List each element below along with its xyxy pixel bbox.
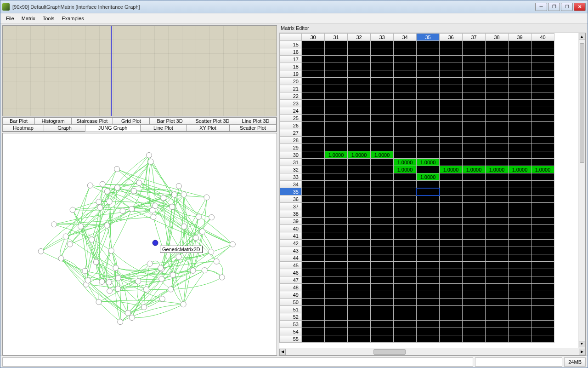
matrix-cell[interactable]: [440, 137, 463, 144]
row-header[interactable]: 53: [280, 321, 302, 328]
matrix-cell[interactable]: [531, 78, 554, 85]
matrix-cell[interactable]: [486, 41, 509, 48]
row-header[interactable]: 20: [280, 78, 302, 85]
matrix-cell[interactable]: [371, 63, 394, 70]
matrix-cell[interactable]: [348, 203, 371, 210]
matrix-cell[interactable]: [325, 306, 348, 313]
col-header[interactable]: 36: [440, 34, 463, 41]
row-header[interactable]: 22: [280, 92, 302, 100]
menu-matrix[interactable]: Matrix: [18, 15, 39, 22]
matrix-cell[interactable]: [394, 122, 417, 129]
matrix-cell[interactable]: [531, 240, 554, 247]
matrix-cell[interactable]: [440, 269, 463, 276]
graph-node[interactable]: [115, 286, 121, 292]
matrix-cell[interactable]: [302, 335, 325, 343]
matrix-cell[interactable]: [348, 276, 371, 284]
matrix-cell[interactable]: [325, 173, 348, 181]
graph-node[interactable]: [190, 268, 196, 273]
matrix-cell[interactable]: [417, 107, 440, 115]
matrix-cell[interactable]: [371, 299, 394, 306]
matrix-cell[interactable]: [440, 100, 463, 107]
matrix-cell[interactable]: [394, 262, 417, 269]
matrix-cell[interactable]: [371, 78, 394, 85]
matrix-cell[interactable]: [302, 254, 325, 262]
matrix-cell[interactable]: [325, 115, 348, 122]
matrix-cell[interactable]: [348, 159, 371, 166]
matrix-cell[interactable]: [371, 321, 394, 328]
matrix-cell[interactable]: [394, 284, 417, 291]
matrix-cell[interactable]: [509, 70, 531, 78]
matrix-cell[interactable]: [531, 151, 554, 159]
matrix-cell[interactable]: [348, 181, 371, 188]
matrix-cell[interactable]: [463, 188, 486, 196]
graph-node[interactable]: [170, 204, 175, 210]
matrix-cell[interactable]: [417, 122, 440, 129]
matrix-cell[interactable]: [440, 63, 463, 70]
graph-node[interactable]: [129, 206, 135, 212]
matrix-cell[interactable]: [325, 78, 348, 85]
matrix-cell[interactable]: [463, 254, 486, 262]
matrix-cell[interactable]: [440, 78, 463, 85]
matrix-cell[interactable]: [302, 240, 325, 247]
matrix-cell[interactable]: [371, 232, 394, 240]
row-header[interactable]: 47: [280, 276, 302, 284]
matrix-cell[interactable]: [531, 48, 554, 56]
matrix-cell[interactable]: [325, 56, 348, 63]
matrix-cell[interactable]: [463, 107, 486, 115]
matrix-cell[interactable]: [417, 284, 440, 291]
row-header[interactable]: 43: [280, 247, 302, 254]
row-header[interactable]: 17: [280, 56, 302, 63]
matrix-cell[interactable]: [440, 159, 463, 166]
matrix-cell[interactable]: [417, 78, 440, 85]
matrix-cell[interactable]: [302, 232, 325, 240]
matrix-cell[interactable]: [486, 115, 509, 122]
graph-node[interactable]: [200, 229, 205, 234]
matrix-cell[interactable]: 1.0000: [394, 159, 417, 166]
matrix-cell[interactable]: [509, 291, 531, 299]
matrix-cell[interactable]: [486, 137, 509, 144]
matrix-cell[interactable]: [531, 291, 554, 299]
matrix-cell[interactable]: [531, 328, 554, 335]
matrix-cell[interactable]: [302, 159, 325, 166]
matrix-cell[interactable]: [348, 225, 371, 232]
matrix-cell[interactable]: [348, 218, 371, 225]
tab-grid-plot[interactable]: Grid Plot: [113, 117, 150, 125]
col-header[interactable]: 32: [348, 34, 371, 41]
matrix-cell[interactable]: [509, 85, 531, 92]
graph-node[interactable]: [38, 248, 44, 254]
matrix-cell[interactable]: [531, 218, 554, 225]
matrix-cell[interactable]: [325, 291, 348, 299]
matrix-cell[interactable]: [417, 70, 440, 78]
matrix-cell[interactable]: [302, 107, 325, 115]
matrix-cell[interactable]: [531, 225, 554, 232]
graph-node[interactable]: [120, 208, 125, 213]
row-header[interactable]: 30: [280, 151, 302, 159]
matrix-cell[interactable]: [463, 122, 486, 129]
matrix-cell[interactable]: [371, 196, 394, 203]
matrix-cell[interactable]: [302, 306, 325, 313]
matrix-cell[interactable]: [486, 129, 509, 137]
matrix-cell[interactable]: [463, 173, 486, 181]
graph-node[interactable]: [108, 248, 114, 253]
matrix-cell[interactable]: [531, 254, 554, 262]
matrix-cell[interactable]: [348, 262, 371, 269]
graph-node[interactable]: [176, 184, 181, 189]
matrix-cell[interactable]: [348, 173, 371, 181]
matrix-cell[interactable]: [509, 203, 531, 210]
col-header[interactable]: 31: [325, 34, 348, 41]
matrix-cell[interactable]: [440, 291, 463, 299]
matrix-cell[interactable]: [440, 151, 463, 159]
matrix-cell[interactable]: [417, 262, 440, 269]
graph-node[interactable]: [144, 287, 149, 292]
row-header[interactable]: 15: [280, 41, 302, 48]
col-header[interactable]: 40: [531, 34, 554, 41]
matrix-cell[interactable]: [371, 173, 394, 181]
matrix-cell[interactable]: [463, 291, 486, 299]
matrix-cell[interactable]: [509, 276, 531, 284]
row-header[interactable]: 26: [280, 122, 302, 129]
matrix-cell[interactable]: [302, 328, 325, 335]
matrix-cell[interactable]: [394, 291, 417, 299]
matrix-cell[interactable]: [486, 159, 509, 166]
matrix-cell[interactable]: [417, 48, 440, 56]
matrix-cell[interactable]: [371, 328, 394, 335]
